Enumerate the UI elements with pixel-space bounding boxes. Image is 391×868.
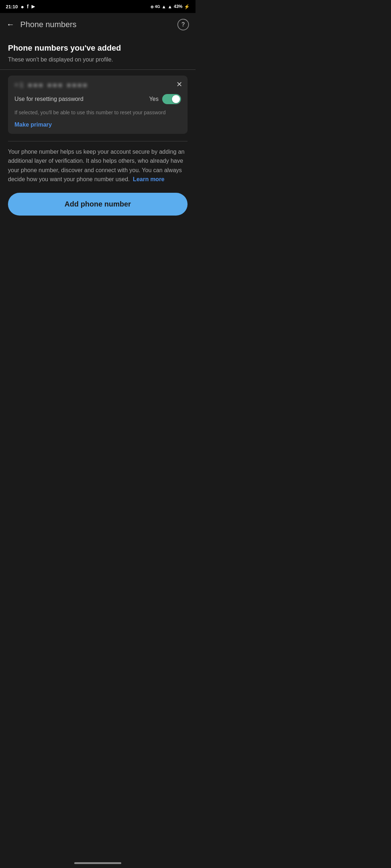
learn-more-link[interactable]: Learn more bbox=[133, 176, 164, 182]
status-right: ⌾ 4G ▲ ▲ 43% ⚡ bbox=[151, 4, 190, 9]
main-content: Phone numbers you've added These won't b… bbox=[0, 36, 196, 223]
reset-label: Use for resetting password bbox=[14, 96, 83, 102]
divider-top bbox=[0, 69, 196, 70]
page-title: Phone numbers bbox=[20, 20, 177, 29]
battery-text: 43% bbox=[174, 4, 182, 9]
signal2-icon: ▲ bbox=[168, 4, 172, 9]
4g-icon: 4G bbox=[155, 4, 160, 9]
facebook-icon: f bbox=[27, 4, 29, 9]
info-section: Your phone number helps us keep your acc… bbox=[8, 141, 188, 184]
time: 21:10 bbox=[6, 4, 18, 9]
reset-toggle[interactable] bbox=[162, 94, 181, 104]
signal1-icon: ▲ bbox=[161, 4, 166, 9]
toggle-knob bbox=[172, 95, 180, 103]
back-button[interactable]: ← bbox=[7, 20, 14, 29]
section-subtitle: These won't be displayed on your profile… bbox=[8, 56, 188, 63]
phone-number-display: +1 ●●● ●●● ●●●● bbox=[14, 81, 181, 89]
whatsapp-icon: ● bbox=[21, 4, 24, 10]
make-primary-button[interactable]: Make primary bbox=[14, 122, 181, 128]
battery-icon: ⚡ bbox=[184, 4, 190, 9]
section-title: Phone numbers you've added bbox=[8, 43, 188, 53]
phone-card: ✕ +1 ●●● ●●● ●●●● Use for resetting pass… bbox=[8, 76, 188, 134]
wifi-icon: ⌾ bbox=[151, 4, 154, 9]
reset-status-text: Yes bbox=[149, 96, 159, 102]
youtube-icon: ▶ bbox=[31, 4, 35, 9]
reset-password-row: Use for resetting password Yes bbox=[14, 94, 181, 104]
reset-right: Yes bbox=[149, 94, 181, 104]
add-phone-button[interactable]: Add phone number bbox=[8, 193, 188, 216]
info-text: Your phone number helps us keep your acc… bbox=[8, 147, 188, 184]
help-button[interactable]: ? bbox=[177, 19, 189, 30]
reset-info-text: If selected, you'll be able to use this … bbox=[14, 109, 181, 116]
status-left: 21:10 ● f ▶ bbox=[6, 4, 35, 10]
status-bar: 21:10 ● f ▶ ⌾ 4G ▲ ▲ 43% ⚡ bbox=[0, 0, 196, 13]
top-nav: ← Phone numbers ? bbox=[0, 13, 196, 36]
